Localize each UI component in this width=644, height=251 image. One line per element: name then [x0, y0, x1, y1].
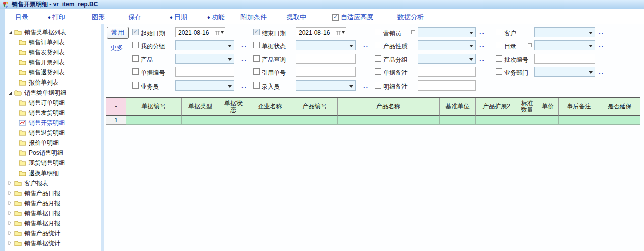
expanded-arrow-icon[interactable]	[7, 30, 12, 35]
menu-directory[interactable]: 目录	[15, 13, 28, 22]
tree-item[interactable]: 销售订单明细	[5, 98, 101, 108]
dropdown-arrow-icon: ♦	[207, 14, 210, 20]
table-cell[interactable]	[126, 116, 182, 125]
tree-item-label: 销售开票明细	[29, 119, 65, 127]
tree-item[interactable]: 现货销售明细	[5, 158, 101, 168]
menu-graph[interactable]: 图形	[92, 13, 105, 22]
expanded-arrow-icon[interactable]	[7, 90, 12, 95]
tree-item[interactable]: 报价单明细	[5, 138, 101, 148]
menu-save[interactable]: 保存	[128, 13, 141, 22]
tree-item[interactable]: 销售退货列表	[5, 67, 101, 77]
column-header[interactable]: 单据编号	[126, 98, 182, 116]
collapsed-arrow-icon[interactable]	[7, 221, 12, 226]
filter-combo-catalog[interactable]	[534, 40, 595, 50]
tree-item[interactable]: 销售类单据明细	[5, 88, 101, 98]
browse-dots-customer[interactable]: ..	[599, 28, 604, 36]
tree-item[interactable]: 销售单据月报	[5, 218, 101, 228]
filter-checkbox-customer[interactable]	[496, 29, 502, 35]
table-cell[interactable]	[537, 116, 559, 125]
table-cell[interactable]	[219, 116, 248, 125]
filter-label-customer: 客户	[504, 29, 516, 38]
filter-checkbox-batch-no[interactable]	[496, 55, 502, 62]
tree-item[interactable]: 销售订单列表	[5, 37, 101, 47]
auto-fit-checkbox[interactable]	[332, 14, 339, 21]
folder-icon	[14, 90, 22, 96]
column-header[interactable]: 是否延保	[599, 98, 640, 116]
table-cell[interactable]	[440, 116, 476, 125]
table-cell[interactable]	[338, 116, 440, 125]
filter-sub-checkbox-catalog[interactable]	[528, 43, 532, 47]
column-header[interactable]: 单据类型	[182, 98, 219, 116]
tree-item[interactable]: 销售发货列表	[5, 47, 101, 57]
column-header[interactable]: 单据状态	[219, 98, 248, 116]
menu-data-analysis[interactable]: 数据分析	[397, 13, 424, 22]
tree-item[interactable]: 销售单据统计	[5, 238, 101, 248]
folder-icon	[14, 220, 22, 226]
column-header[interactable]: 产品扩展2	[476, 98, 517, 116]
column-header[interactable]: 标准数量	[517, 98, 537, 116]
table-cell[interactable]	[517, 116, 537, 125]
table-cell[interactable]	[292, 116, 338, 125]
collapsed-arrow-icon[interactable]	[7, 211, 12, 216]
tree-item-label: 销售订单明细	[29, 99, 65, 107]
table-cell[interactable]	[248, 116, 292, 125]
menu-extra-condition[interactable]: 附加条件	[240, 13, 267, 22]
filter-input-batch-no[interactable]	[534, 54, 595, 64]
tree-item[interactable]: 报价单列表	[5, 77, 101, 88]
collapsed-arrow-icon[interactable]	[7, 231, 12, 236]
row-number-cell[interactable]: 1	[106, 116, 126, 125]
report-chart-icon	[19, 120, 26, 126]
filter-checkbox-catalog[interactable]	[496, 42, 502, 48]
table-cell[interactable]	[559, 116, 599, 125]
column-header[interactable]: 基准单位	[440, 98, 476, 116]
tree-item[interactable]: 销售退货明细	[5, 128, 101, 138]
app-window: 销售开票明细 - vr_item_rep.BC 目录♦打印图形保存♦日期♦功能附…	[0, 0, 644, 251]
collapsed-arrow-icon[interactable]	[7, 181, 12, 186]
column-header[interactable]: 事后备注	[559, 98, 599, 116]
column-header[interactable]: 产品编号	[292, 98, 338, 116]
tree-item[interactable]: 销售类单据列表	[5, 27, 101, 37]
sidebar-separator[interactable]	[101, 24, 104, 251]
dropdown-arrow-icon: ♦	[48, 14, 51, 20]
table-cell[interactable]	[182, 116, 219, 125]
title-bar: 销售开票明细 - vr_item_rep.BC	[0, 0, 644, 9]
tree-item[interactable]: 销售产品日报	[5, 188, 101, 198]
column-header[interactable]: 产品名称	[338, 98, 440, 116]
filter-combo-customer[interactable]	[534, 27, 595, 37]
tree-item[interactable]: 销售发货明细	[5, 108, 101, 118]
tree-item[interactable]: 销售开票列表	[5, 57, 101, 67]
collapsed-arrow-icon[interactable]	[7, 241, 12, 246]
combo-arrow-icon[interactable]	[589, 32, 593, 34]
tree-item[interactable]: 销售产品月报	[5, 198, 101, 208]
filter-checkbox-business-dept[interactable]	[496, 68, 502, 75]
menu-function[interactable]: ♦功能	[207, 13, 225, 22]
column-header[interactable]: 单价	[537, 98, 559, 116]
tree-item[interactable]: 销售开票明细	[5, 118, 101, 128]
collapsed-arrow-icon[interactable]	[7, 191, 12, 196]
folder-icon	[19, 130, 26, 136]
tree-item-label: 现货销售明细	[29, 159, 65, 168]
tree-item-label: 销售单据统计	[24, 239, 60, 248]
filter-input-detail-remark[interactable]	[418, 80, 476, 91]
tree-item[interactable]: 退换单明细	[5, 168, 101, 178]
dropdown-arrow-icon: ♦	[170, 14, 173, 20]
browse-dots-business-dept[interactable]: ..	[599, 68, 604, 75]
column-header[interactable]: -	[106, 98, 126, 116]
tree-item[interactable]: 销售产品统计	[5, 228, 101, 238]
filter-combo-business-dept[interactable]	[534, 67, 595, 77]
filter-checkbox-detail-remark[interactable]	[375, 82, 381, 89]
table-cell[interactable]	[476, 116, 517, 125]
tree-item[interactable]: 销售单据日报	[5, 208, 101, 218]
combo-arrow-icon[interactable]	[589, 45, 593, 47]
menu-extract[interactable]: 提取中	[287, 13, 306, 22]
folder-icon	[14, 240, 22, 246]
menu-date[interactable]: ♦日期	[170, 13, 187, 22]
combo-arrow-icon[interactable]	[589, 71, 593, 74]
tree-item[interactable]: Pos销售明细	[5, 148, 101, 158]
menu-print[interactable]: ♦打印	[48, 13, 65, 22]
table-cell[interactable]	[599, 116, 640, 125]
tree-item[interactable]: 客户报表	[5, 178, 101, 188]
collapsed-arrow-icon[interactable]	[7, 201, 12, 206]
browse-dots-catalog[interactable]: ..	[599, 41, 604, 49]
column-header[interactable]: 企业名称	[248, 98, 292, 116]
